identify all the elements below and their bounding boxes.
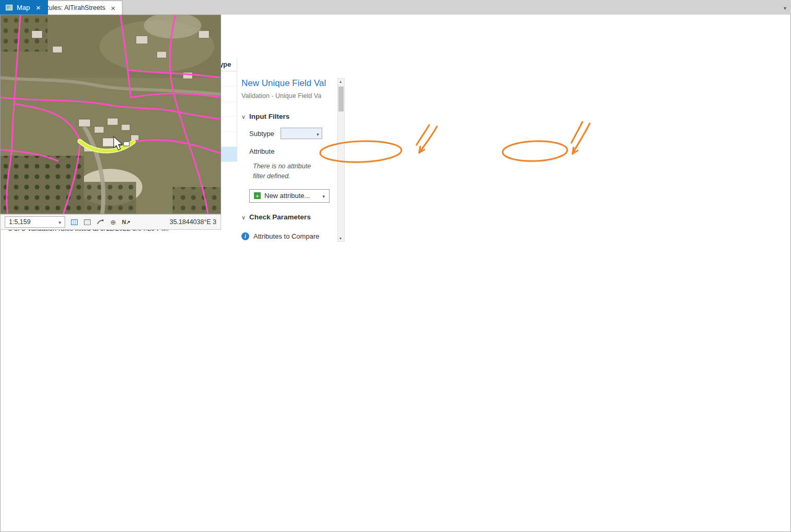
explore-icon[interactable] <box>96 218 104 226</box>
map-canvas[interactable] <box>0 15 221 214</box>
collapse-icon[interactable] <box>241 113 246 120</box>
rule-details-title: New Unique Field Val <box>241 78 338 89</box>
scrollbar-thumb[interactable] <box>338 86 344 112</box>
collapse-icon[interactable] <box>241 213 246 221</box>
no-attribute-filter-text: There is no attribute filter defined. <box>241 162 325 182</box>
close-map-tab-icon[interactable] <box>34 3 42 11</box>
details-vertical-scrollbar[interactable] <box>337 78 345 242</box>
coordinates-readout: 35.1844038°E 3 <box>169 218 216 226</box>
attributes-to-compare-row: Attributes to Compare <box>241 232 338 240</box>
plus-icon <box>254 192 261 199</box>
rule-details-pane: New Unique Field Val Validation - Unique… <box>241 78 338 240</box>
scale-value: 1:5,159 <box>9 218 31 226</box>
scale-dropdown[interactable]: 1:5,159 <box>5 216 65 228</box>
map-icon <box>6 5 13 10</box>
new-attribute-button[interactable]: New attribute... <box>249 189 330 203</box>
subtype-dropdown[interactable] <box>281 128 322 139</box>
map-view-tab[interactable]: Map <box>0 0 48 15</box>
info-icon <box>241 232 249 240</box>
select-features-icon[interactable] <box>70 218 78 226</box>
tab-list-icon[interactable] <box>784 5 786 11</box>
north-arrow-icon[interactable]: N <box>122 218 130 226</box>
map-statusbar: 1:5,159 N 35.1844038°E 3 <box>0 214 221 230</box>
input-filters-section[interactable]: Input Filters <box>241 113 338 120</box>
view-tab-strip: Attribute Rules: AlTirahStreets <box>0 0 791 15</box>
aerial-imagery <box>1 15 221 214</box>
subtype-label: Subtype <box>249 130 274 138</box>
attribute-label: Attribute <box>249 147 274 155</box>
check-parameters-section[interactable]: Check Parameters <box>241 213 338 221</box>
rule-details-subtitle: Validation - Unique Field Va <box>241 92 338 100</box>
close-tab-icon[interactable] <box>109 4 117 12</box>
crosshair-icon[interactable] <box>109 218 117 226</box>
attribute-table-icon[interactable] <box>83 218 91 226</box>
